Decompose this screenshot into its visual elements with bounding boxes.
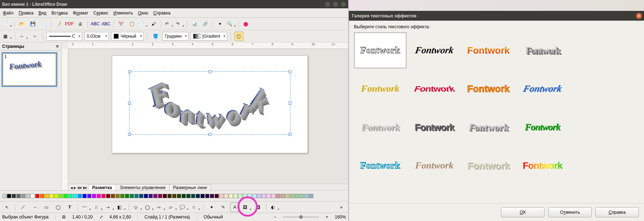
menu-insert[interactable]: Вставка bbox=[52, 11, 68, 16]
tab-dimlines[interactable]: Размерные лини bbox=[169, 184, 211, 190]
fill-type-combo[interactable]: Градиен bbox=[162, 32, 188, 41]
color-swatch[interactable] bbox=[111, 194, 115, 198]
color-swatch[interactable] bbox=[238, 194, 242, 198]
fill-name-combo[interactable]: [Gradient bbox=[191, 32, 227, 41]
color-swatch[interactable] bbox=[257, 194, 261, 198]
new-button[interactable]: 📄 bbox=[2, 19, 12, 29]
slide-thumbnail-1[interactable]: 1 Fontwork bbox=[2, 53, 57, 86]
vertical-ruler[interactable] bbox=[62, 49, 68, 190]
shadow-button[interactable]: ▢ bbox=[234, 32, 244, 41]
fontwork-style-red-perspective[interactable]: Fontwork bbox=[408, 71, 461, 107]
color-swatch[interactable] bbox=[16, 194, 21, 198]
edit-file-button[interactable]: 📝 bbox=[54, 19, 63, 29]
minimize-icon[interactable] bbox=[325, 2, 330, 7]
line-style-combo[interactable]: С bbox=[46, 32, 82, 41]
color-swatch[interactable] bbox=[219, 194, 224, 198]
close-icon[interactable] bbox=[341, 2, 346, 7]
open-button[interactable]: 📂 bbox=[17, 19, 27, 29]
fontwork-style-cyan-outline[interactable]: Fontwork bbox=[354, 147, 407, 184]
color-swatch[interactable] bbox=[148, 194, 153, 198]
rectangle-tool[interactable]: ▭ bbox=[42, 203, 51, 212]
line-style-icon[interactable]: ↔ bbox=[30, 32, 40, 41]
zoom-in-icon[interactable]: + bbox=[326, 214, 328, 220]
overflow-button[interactable]: » bbox=[337, 203, 346, 212]
export-pdf-button[interactable]: PDF bbox=[65, 19, 74, 29]
lines-arrows-tool[interactable]: ⇢ bbox=[105, 203, 114, 212]
color-swatch[interactable] bbox=[26, 194, 30, 198]
navigator-button[interactable]: ✦ bbox=[215, 19, 225, 29]
flowchart-tool[interactable]: ▱ bbox=[167, 203, 177, 212]
email-button[interactable]: ✉️ bbox=[39, 19, 48, 29]
color-swatch[interactable] bbox=[78, 194, 82, 198]
fontwork-style-pale-3d[interactable]: Fontwork bbox=[462, 147, 515, 184]
color-swatch[interactable] bbox=[266, 194, 271, 198]
menu-window[interactable]: Окно bbox=[138, 11, 148, 16]
color-swatch[interactable] bbox=[106, 194, 110, 198]
gallery-tool[interactable]: 🖼 bbox=[253, 203, 263, 212]
dialog-close-icon[interactable]: ✕ bbox=[636, 13, 642, 19]
hyperlink-button[interactable]: 🔗 bbox=[200, 19, 210, 29]
basic-shapes-tool[interactable]: ◇ bbox=[133, 203, 142, 212]
color-swatch[interactable] bbox=[144, 194, 148, 198]
fontwork-style-black-skew[interactable]: Fontwork bbox=[408, 32, 461, 68]
tab-controls[interactable]: Элементы управления bbox=[115, 184, 169, 190]
color-swatch[interactable] bbox=[54, 194, 58, 198]
color-swatch[interactable] bbox=[167, 194, 172, 198]
paste-button[interactable]: 📄 bbox=[138, 19, 147, 29]
handle-se[interactable] bbox=[289, 133, 292, 136]
clone-format-button[interactable]: 🖌 bbox=[149, 19, 158, 29]
color-swatch[interactable] bbox=[35, 194, 40, 198]
color-swatch[interactable] bbox=[82, 194, 87, 198]
color-swatch[interactable] bbox=[115, 194, 120, 198]
fontwork-object[interactable]: F o n t w o r k bbox=[148, 63, 275, 132]
menu-format[interactable]: Формат bbox=[73, 11, 88, 16]
horizontal-ruler[interactable]: 2 1 1 2 3 4 5 6 7 8 9 10 11 bbox=[68, 42, 348, 49]
color-swatch[interactable] bbox=[97, 194, 101, 198]
fontwork-style-outline[interactable]: Fontwork bbox=[354, 32, 407, 68]
slide-panel-close-icon[interactable]: ✕ bbox=[56, 44, 59, 49]
color-swatch[interactable] bbox=[243, 194, 247, 198]
zoom-out-icon[interactable]: − bbox=[274, 214, 276, 220]
color-swatch[interactable] bbox=[153, 194, 158, 198]
fontwork-style-silver-3d[interactable]: Fontwork bbox=[462, 109, 515, 145]
color-swatch[interactable] bbox=[229, 194, 233, 198]
color-swatch[interactable] bbox=[215, 194, 219, 198]
color-swatch[interactable] bbox=[7, 194, 11, 198]
menu-file[interactable]: Файл bbox=[3, 11, 14, 16]
color-swatch[interactable] bbox=[101, 194, 106, 198]
fontwork-style-orange-outline[interactable]: Fontwork bbox=[462, 71, 515, 107]
ellipse-tool[interactable]: ◯ bbox=[53, 203, 63, 212]
fontwork-style-brown-arc[interactable]: Fontwork bbox=[408, 147, 461, 184]
area-fill-icon[interactable]: 🪣 bbox=[151, 32, 160, 41]
fontwork-style-rainbow[interactable]: Fontwork bbox=[516, 147, 569, 184]
color-swatch[interactable] bbox=[30, 194, 35, 198]
color-swatch[interactable] bbox=[262, 194, 266, 198]
points-tool[interactable]: ✦ bbox=[207, 203, 216, 212]
color-swatch[interactable] bbox=[172, 194, 176, 198]
color-swatch[interactable] bbox=[205, 194, 209, 198]
undo-button[interactable]: ↶ bbox=[164, 19, 173, 29]
menu-view[interactable]: Вид bbox=[38, 11, 46, 16]
fontwork-style-gray-3d[interactable]: Fontwork bbox=[516, 32, 569, 68]
color-swatch[interactable] bbox=[295, 194, 299, 198]
block-arrows-tool[interactable]: ⇨ bbox=[156, 203, 165, 212]
spellcheck-button[interactable]: ABC bbox=[90, 19, 100, 29]
color-swatch[interactable] bbox=[182, 194, 186, 198]
handle-ne[interactable] bbox=[289, 70, 292, 73]
handle-sw[interactable] bbox=[128, 133, 131, 136]
ok-button[interactable]: ОК bbox=[501, 207, 545, 217]
line-color-combo[interactable]: Чёрный bbox=[111, 32, 144, 41]
color-swatch[interactable] bbox=[59, 194, 63, 198]
color-swatch[interactable] bbox=[163, 194, 167, 198]
menu-edit[interactable]: Правка bbox=[19, 11, 34, 16]
fontwork-style-yellow-italic[interactable]: Fontwork bbox=[354, 71, 407, 107]
arrange-button[interactable]: ▦ bbox=[2, 32, 12, 41]
maximize-icon[interactable] bbox=[333, 2, 338, 7]
color-swatch[interactable] bbox=[45, 194, 49, 198]
handle-w[interactable] bbox=[128, 102, 131, 105]
color-swatch[interactable] bbox=[248, 194, 252, 198]
tab-layout[interactable]: Разметка bbox=[88, 184, 116, 190]
color-swatch[interactable] bbox=[158, 194, 162, 198]
color-swatch[interactable] bbox=[87, 194, 91, 198]
color-swatch[interactable] bbox=[196, 194, 200, 198]
